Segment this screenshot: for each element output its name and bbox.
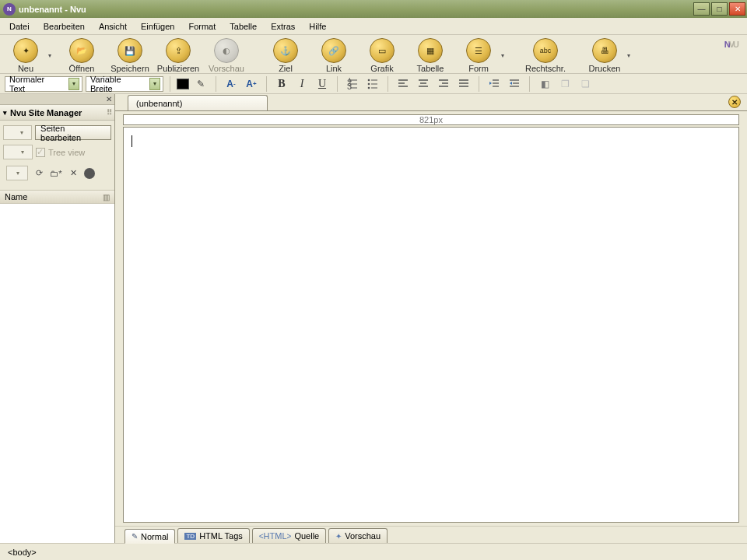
- svg-text:3: 3: [347, 82, 352, 90]
- print-icon: 🖶: [592, 38, 617, 63]
- tool-publizieren[interactable]: ⇪Publizieren: [157, 38, 199, 73]
- status-bar: <body>: [0, 543, 747, 560]
- tree-column-header[interactable]: Name ▥: [0, 190, 114, 204]
- tool-form-dropdown[interactable]: ▾: [501, 52, 507, 59]
- indent-button[interactable]: [506, 76, 523, 92]
- bullet-list-button[interactable]: [364, 76, 381, 92]
- text-color-swatch[interactable]: [177, 79, 189, 89]
- layers-button[interactable]: ◧: [536, 76, 553, 92]
- highlight-color-button[interactable]: ✎: [192, 76, 209, 92]
- svg-point-7: [368, 82, 370, 85]
- tool-drucken-dropdown[interactable]: ▾: [627, 52, 633, 59]
- tool-vorschau: ◐Vorschau: [205, 38, 247, 73]
- publish-icon: ⇪: [166, 38, 191, 63]
- paragraph-style-combo[interactable]: Normaler Text▾: [5, 76, 82, 92]
- menu-tabelle[interactable]: Tabelle: [223, 20, 263, 33]
- refresh-icon[interactable]: ⟳: [33, 167, 45, 180]
- svg-point-6: [368, 79, 370, 81]
- tool-drucken[interactable]: 🖶Drucken: [584, 38, 626, 73]
- save-icon: 💾: [117, 38, 142, 63]
- site-tree[interactable]: [0, 204, 114, 543]
- view-tab-quelle[interactable]: <HTML>Quelle: [252, 528, 326, 543]
- bold-button[interactable]: B: [273, 76, 290, 92]
- maximize-button[interactable]: □: [711, 2, 728, 16]
- anchor-icon: ⚓: [273, 38, 298, 63]
- menu-einfuegen[interactable]: Einfügen: [135, 20, 181, 33]
- tool-speichern[interactable]: 💾Speichern: [109, 38, 151, 73]
- tool-rechtschr[interactable]: abcRechtschr.: [524, 38, 566, 73]
- separator: [529, 76, 530, 92]
- numbered-list-button[interactable]: 123: [344, 76, 361, 92]
- ruler[interactable]: 821px: [123, 114, 739, 125]
- sidebar-panel-header[interactable]: ▾ Nvu Site Manager ⠿: [0, 105, 114, 121]
- ruler-container: 821px: [115, 111, 747, 125]
- svg-marker-31: [510, 82, 512, 85]
- tool-neu[interactable]: ✦Neu: [5, 38, 47, 73]
- align-left-button[interactable]: [395, 76, 412, 92]
- layer-front-button[interactable]: ❐: [556, 76, 573, 92]
- collapse-triangle-icon: ▾: [3, 109, 7, 117]
- sidebar-strip: ✕: [0, 94, 114, 105]
- grip-icon: ⠿: [107, 108, 111, 117]
- menu-bearbeiten[interactable]: Bearbeiten: [37, 20, 91, 33]
- view-tab-normal[interactable]: ✎Normal: [124, 529, 175, 544]
- close-button[interactable]: ✕: [729, 2, 745, 16]
- content-editor[interactable]: [123, 127, 739, 523]
- outdent-button[interactable]: [486, 76, 503, 92]
- document-close-icon[interactable]: ✕: [728, 96, 741, 108]
- tool-oeffnen[interactable]: 📂Öffnen: [61, 38, 103, 73]
- chevron-down-icon: ▾: [68, 78, 79, 90]
- menu-datei[interactable]: Datei: [3, 20, 36, 33]
- status-path[interactable]: <body>: [8, 548, 37, 557]
- svg-marker-27: [489, 82, 492, 85]
- menu-format[interactable]: Format: [182, 20, 222, 33]
- align-justify-button[interactable]: [455, 76, 472, 92]
- tag-icon: TD: [184, 533, 196, 540]
- treeview-checkbox: [36, 148, 45, 157]
- separator: [266, 76, 267, 92]
- new-folder-icon[interactable]: 🗀*: [50, 167, 62, 180]
- menu-extras[interactable]: Extras: [265, 20, 301, 33]
- window-title: unbenannt - Nvu: [19, 5, 693, 14]
- tool-link[interactable]: 🔗Link: [313, 38, 355, 73]
- chevron-down-icon: ▾: [21, 149, 30, 156]
- tool-grafik[interactable]: ▭Grafik: [361, 38, 403, 73]
- columns-icon[interactable]: ▥: [103, 193, 110, 201]
- tool-form[interactable]: ☰Form: [458, 38, 500, 73]
- separator: [388, 76, 388, 92]
- menu-ansicht[interactable]: Ansicht: [93, 20, 133, 33]
- italic-button[interactable]: I: [293, 76, 310, 92]
- document-tab[interactable]: (unbenannt): [128, 95, 268, 110]
- app-icon: N: [3, 3, 16, 16]
- align-center-button[interactable]: [415, 76, 432, 92]
- font-decrease-button[interactable]: A-: [223, 76, 240, 92]
- layer-back-button[interactable]: ❏: [577, 76, 594, 92]
- sidebar-close-icon[interactable]: ✕: [106, 95, 112, 103]
- menu-hilfe[interactable]: Hilfe: [303, 20, 332, 33]
- window-controls: — □ ✕: [693, 2, 745, 16]
- tool-tabelle[interactable]: ▦Tabelle: [409, 38, 451, 73]
- align-right-button[interactable]: [435, 76, 452, 92]
- view-tab-htmltags[interactable]: TDHTML Tags: [177, 528, 249, 543]
- svg-point-8: [368, 86, 370, 89]
- site-select-dropdown[interactable]: ▾: [3, 125, 32, 140]
- edit-pages-button[interactable]: Seiten bearbeiten: [35, 125, 111, 140]
- record-icon[interactable]: [84, 168, 95, 179]
- site-manager-sidebar: ✕ ▾ Nvu Site Manager ⠿ ▾ Seiten bearbeit…: [0, 94, 115, 543]
- font-increase-button[interactable]: A+: [243, 76, 260, 92]
- font-width-combo[interactable]: Variable Breite▾: [86, 76, 163, 92]
- spellcheck-icon: abc: [533, 38, 558, 63]
- tool-ziel[interactable]: ⚓Ziel: [265, 38, 307, 73]
- form-icon: ☰: [466, 38, 491, 63]
- view-tab-vorschau[interactable]: ✦Vorschau: [328, 528, 388, 543]
- minimize-button[interactable]: —: [693, 2, 710, 16]
- tool-neu-dropdown[interactable]: ▾: [48, 52, 54, 59]
- sidebar-toolbar: ▾ ⟳ 🗀* ✕: [3, 164, 111, 185]
- folder-select-dropdown[interactable]: ▾: [3, 145, 33, 159]
- underline-button[interactable]: U: [314, 76, 331, 92]
- format-toolbar: Normaler Text▾ Variable Breite▾ ✎ A- A+ …: [0, 74, 747, 94]
- document-tabs: (unbenannt) ✕: [115, 94, 747, 111]
- delete-icon[interactable]: ✕: [67, 167, 79, 180]
- view-mode-dropdown[interactable]: ▾: [6, 166, 28, 180]
- preview-icon: ◐: [214, 38, 239, 63]
